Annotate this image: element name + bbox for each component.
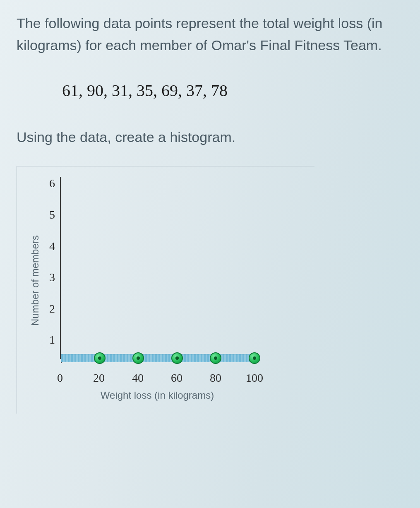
x-tick: 80 [210, 371, 221, 385]
y-tick: 3 [49, 271, 55, 284]
bin-drag-handle[interactable] [249, 352, 260, 364]
histogram-bin-60-80[interactable] [177, 352, 216, 364]
instruction-text: Using the data, create a histogram. [17, 129, 403, 145]
y-tick: 6 [49, 177, 55, 190]
x-tick: 0 [57, 371, 63, 385]
histogram-bin-0-20[interactable] [61, 352, 100, 364]
y-axis-label: Number of members [29, 177, 41, 401]
x-tick: 40 [132, 371, 144, 385]
problem-statement: The following data points represent the … [17, 12, 403, 56]
histogram-widget: Number of members 6 5 4 3 2 1 [17, 166, 314, 414]
bin-drag-handle[interactable] [210, 352, 221, 364]
y-tick: 1 [49, 333, 55, 347]
histogram-bin-20-40[interactable] [100, 352, 139, 364]
x-tick: 20 [93, 371, 105, 385]
plot-area[interactable] [60, 177, 254, 359]
x-tick: 60 [171, 371, 182, 385]
histogram-bin-40-60[interactable] [138, 352, 177, 364]
bin-drag-handle[interactable] [94, 352, 106, 364]
x-axis-label: Weight loss (in kilograms) [60, 390, 254, 401]
y-tick: 5 [49, 208, 55, 221]
x-axis-ticks: 0 20 40 60 80 100 [60, 371, 254, 385]
data-points-list: 61, 90, 31, 35, 69, 37, 78 [62, 81, 403, 100]
y-axis-ticks: 6 5 4 3 2 1 [49, 177, 55, 347]
histogram-bin-80-100[interactable] [216, 352, 254, 364]
bin-drag-handle[interactable] [132, 352, 144, 364]
y-tick: 4 [49, 240, 55, 253]
histogram-bar-handles [61, 352, 254, 364]
y-tick: 2 [49, 302, 55, 315]
x-tick: 100 [246, 371, 263, 385]
bin-drag-handle[interactable] [171, 352, 183, 364]
